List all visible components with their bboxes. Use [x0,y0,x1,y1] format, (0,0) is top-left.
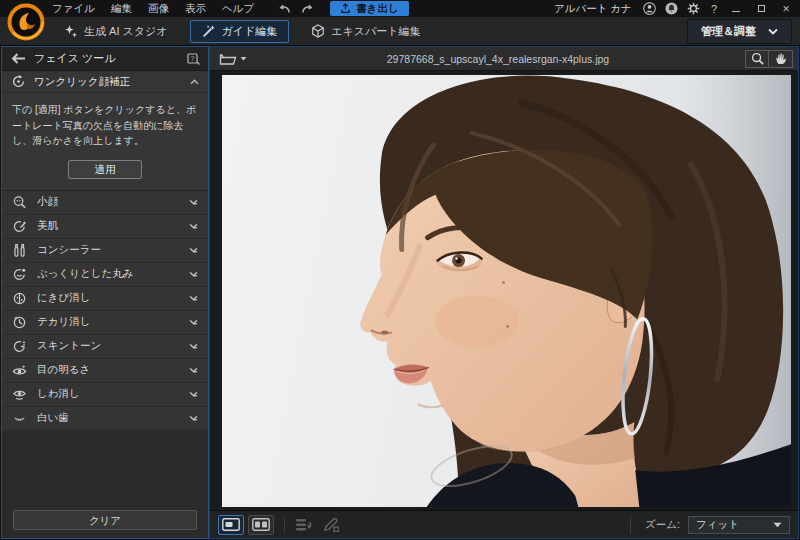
hand-icon [775,52,787,65]
workspace-tab-label: ガイド編集 [222,24,278,39]
face-tool-item[interactable]: 白い歯 [2,407,208,431]
chevron-down-icon[interactable] [189,367,198,373]
notifications-bell-icon[interactable] [665,2,678,15]
plump-icon [12,267,27,282]
menu-item[interactable]: 表示 [185,2,206,16]
redo-button[interactable] [300,2,316,15]
open-file-button[interactable] [215,50,251,68]
workspace-toolbar: 生成 AI スタジオガイド編集エキスパート編集 管理＆調整 [0,17,800,46]
title-bar: ファイル編集画像表示ヘルプ 書き出し アルバート カナ ? × [0,0,800,17]
pan-tool-button[interactable] [769,50,793,68]
menu-item[interactable]: 編集 [111,2,132,16]
edit-pencil-button[interactable] [323,518,339,532]
workspace-tab-label: エキスパート編集 [331,24,420,39]
chevron-down-icon[interactable] [189,247,198,253]
photo-viewport [210,71,798,510]
face-tool-label: しわ消し [37,387,80,401]
workspace-tabs: 生成 AI スタジオガイド編集エキスパート編集 [52,20,433,43]
help-button[interactable]: ? [709,3,719,15]
portrait-photo[interactable] [222,75,791,507]
chevron-down-icon[interactable] [189,391,198,397]
user-account-icon[interactable] [643,2,656,15]
face-tool-item[interactable]: しわ消し [2,383,208,407]
sparkles-icon [64,24,78,38]
app-logo-icon [7,3,45,41]
canvas-area: 29787668_s_upscayl_4x_realesrgan-x4plus.… [210,47,798,538]
slim-face-icon [12,195,27,210]
chevron-up-icon[interactable] [190,79,199,85]
export-icon [340,3,351,14]
face-tool-item[interactable]: 目の明るさ [2,359,208,383]
blemish-remover-icon [12,291,27,306]
eye-brightness-icon [12,363,27,378]
close-button[interactable]: × [778,1,794,16]
magnifier-icon [751,52,764,65]
apply-edits-stack-button[interactable] [295,518,313,532]
menu-item[interactable]: ヘルプ [222,2,254,16]
zoom-value: フィット [696,518,773,532]
chevron-down-icon[interactable] [189,343,198,349]
portrait-illustration [222,75,791,507]
face-tool-label: ぷっくりとした丸み [37,267,133,281]
face-tool-list: 小顔 美肌 コンシーラー ぷっくりとした丸み にきび消し テカリ消し スキントー… [2,191,208,431]
workspace-tab[interactable]: 生成 AI スタジオ [52,20,180,43]
face-tool-label: 小顔 [37,195,58,209]
chevron-down-icon[interactable] [189,295,198,301]
split-view-button[interactable] [248,515,274,535]
face-tool-item[interactable]: ぷっくりとした丸み [2,263,208,287]
chevron-down-icon[interactable] [189,199,198,205]
image-filename: 29787668_s_upscayl_4x_realesrgan-x4plus.… [251,53,745,65]
menu-item[interactable]: ファイル [52,2,95,16]
manage-adjust-button[interactable]: 管理＆調整 [687,19,792,44]
menu-bar: ファイル編集画像表示ヘルプ [52,2,254,16]
wrinkle-remover-icon [12,387,27,402]
face-tool-item[interactable]: テカリ消し [2,311,208,335]
face-tool-label: にきび消し [37,291,90,305]
menu-item[interactable]: 画像 [148,2,169,16]
back-button[interactable] [2,53,34,64]
wand-icon [202,24,216,38]
smooth-skin-icon [12,219,27,234]
chevron-down-icon[interactable] [189,319,198,325]
undo-button[interactable] [276,2,292,15]
panel-help-icon[interactable]: ? [187,53,200,65]
canvas-bottom-bar: ズーム: フィット [210,510,798,538]
single-view-icon [222,518,240,531]
workspace-tab[interactable]: エキスパート編集 [299,20,432,43]
workspace-tab[interactable]: ガイド編集 [190,20,290,43]
one-click-title: ワンクリック顔補正 [34,75,130,89]
face-tool-item[interactable]: 小顔 [2,191,208,215]
export-button[interactable]: 書き出し [330,1,409,16]
workspace-tab-label: 生成 AI スタジオ [84,24,168,39]
sidebar-header: フェイス ツール ? [2,47,208,71]
face-tool-item[interactable]: スキントーン [2,335,208,359]
concealer-icon [12,243,27,258]
one-click-icon [11,74,26,89]
white-teeth-icon [12,411,27,426]
chevron-down-icon[interactable] [189,271,198,277]
dropdown-arrow-icon [773,522,782,528]
cube-icon [311,24,325,38]
face-tool-item[interactable]: 美肌 [2,215,208,239]
face-tool-label: 美肌 [37,219,58,233]
canvas-header: 29787668_s_upscayl_4x_realesrgan-x4plus.… [210,47,798,71]
maximize-button[interactable] [753,1,769,16]
divider [284,517,285,533]
zoom-tool-button[interactable] [745,50,769,68]
face-tools-panel: フェイス ツール ? ワンクリック顔補正 下の [適用] ボタンをクリックすると… [2,47,208,538]
face-tool-item[interactable]: にきび消し [2,287,208,311]
one-click-body: 下の [適用] ボタンをクリックすると、ポートレート写真の欠点を自動的に除去し、… [2,93,208,191]
zoom-level-dropdown[interactable]: フィット [688,516,790,534]
one-click-section-header[interactable]: ワンクリック顔補正 [2,71,208,93]
manage-adjust-label: 管理＆調整 [701,24,756,39]
chevron-down-icon[interactable] [189,223,198,229]
apply-button[interactable]: 適用 [68,160,142,179]
panel-title: フェイス ツール [34,51,116,66]
minimize-button[interactable] [728,1,744,16]
settings-gear-icon[interactable] [687,2,700,15]
clear-button[interactable]: クリア [13,510,197,530]
one-click-description: 下の [適用] ボタンをクリックすると、ポートレート写真の欠点を自動的に除去し、… [12,102,198,149]
single-view-button[interactable] [218,515,244,535]
face-tool-item[interactable]: コンシーラー [2,239,208,263]
chevron-down-icon[interactable] [189,415,198,421]
